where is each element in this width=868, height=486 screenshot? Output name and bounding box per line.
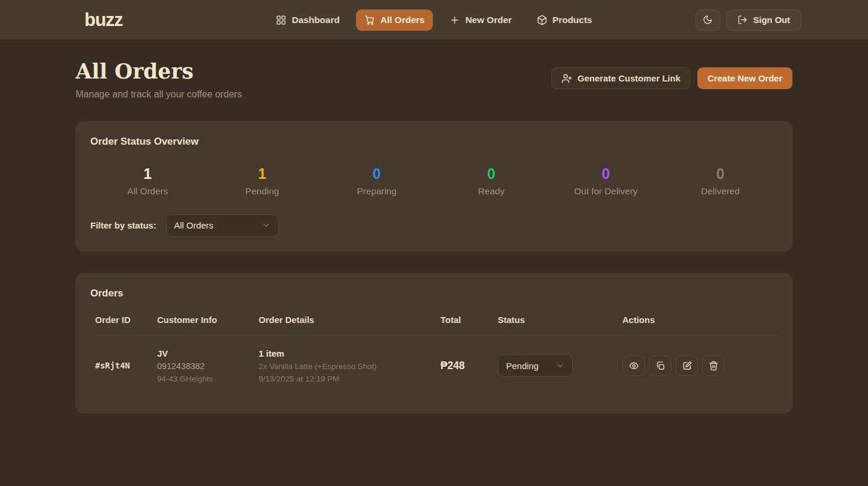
brand-logo[interactable]: buzz [84,9,123,31]
copy-icon [655,361,665,371]
plus-icon [449,15,460,25]
order-items-count: 1 item [259,348,440,358]
order-id: #sRjt4N [95,361,130,370]
stat-value: 1 [205,165,319,182]
dashboard-grid-icon [276,15,286,25]
chevron-down-icon [262,221,270,230]
stat-value: 0 [319,165,434,182]
orders-card: Orders Order ID Customer Info Order Deta… [76,273,792,413]
page-header-text: All Orders Manage and track all your cof… [76,60,242,100]
order-datetime: 9/13/2025 at 12:19 PM [259,374,440,383]
stat-label: Out for Delivery [549,186,663,197]
stat-label: Delivered [663,186,778,197]
cart-icon [364,15,375,25]
col-header-actions: Actions [622,315,778,335]
stat-label: Pending [205,186,319,197]
nav-item-label: All Orders [380,15,425,25]
edit-order-button[interactable] [676,355,698,376]
page-header: All Orders Manage and track all your cof… [76,60,792,100]
stat-pending: 1 Pending [205,165,319,197]
col-header-status: Status [498,315,622,335]
table-row: #sRjt4N JV 0912438382 94-43 GHeights 1 i… [90,335,778,399]
filter-row: Filter by status: All Orders [90,214,778,237]
navbar: buzz Dashboard All Orders New Order Prod… [0,0,868,40]
nav-menu: Dashboard All Orders New Order Products [267,9,601,31]
view-order-button[interactable] [622,355,645,376]
customer-phone: 0912438382 [157,361,259,371]
page-title: All Orders [76,60,242,83]
sign-out-button[interactable]: Sign Out [726,9,802,31]
duplicate-order-button[interactable] [649,355,671,376]
order-total: ₱248 [440,360,465,371]
stat-delivered: 0 Delivered [663,165,778,197]
create-new-order-button[interactable]: Create New Order [697,67,792,89]
nav-item-all-orders[interactable]: All Orders [356,9,433,31]
stat-preparing: 0 Preparing [319,165,434,197]
page-header-actions: Generate Customer Link Create New Order [552,67,792,89]
col-header-total: Total [440,315,498,335]
logout-icon [738,15,748,25]
stat-label: Preparing [319,186,434,197]
status-filter-value: All Orders [174,220,214,230]
orders-card-title: Orders [90,288,778,299]
nav-item-label: Dashboard [292,15,340,25]
nav-item-new-order[interactable]: New Order [441,9,520,31]
order-status-value: Pending [506,361,539,371]
orders-table: Order ID Customer Info Order Details Tot… [90,315,778,399]
customer-name: JV [157,348,259,358]
stat-value: 1 [90,165,205,182]
order-status-overview-card: Order Status Overview 1 All Orders 1 Pen… [76,121,792,252]
generate-customer-link-button[interactable]: Generate Customer Link [552,67,690,89]
nav-item-dashboard[interactable]: Dashboard [267,9,348,31]
sign-out-label: Sign Out [753,15,791,25]
stat-value: 0 [549,165,663,182]
eye-icon [629,361,639,371]
filter-label: Filter by status: [90,220,156,230]
overview-card-title: Order Status Overview [90,136,778,148]
stat-label: All Orders [90,186,205,197]
table-header-row: Order ID Customer Info Order Details Tot… [90,315,778,335]
order-items-detail: 2x Vanilla Latte (+Espresso Shot) [259,362,440,371]
row-actions [622,355,778,376]
user-plus-icon [562,73,572,84]
col-header-order-details: Order Details [259,315,440,335]
stat-value: 0 [434,165,549,182]
main-content: All Orders Manage and track all your cof… [76,40,792,413]
col-header-customer-info: Customer Info [157,315,259,335]
stat-out-for-delivery: 0 Out for Delivery [549,165,663,197]
stat-ready: 0 Ready [434,165,549,197]
generate-customer-link-label: Generate Customer Link [577,73,680,83]
moon-icon [703,15,713,25]
theme-toggle-button[interactable] [696,9,720,31]
stat-label: Ready [434,186,549,197]
stat-all-orders: 1 All Orders [90,165,205,197]
stat-value: 0 [663,165,778,182]
edit-icon [682,361,692,371]
nav-item-label: Products [553,15,592,25]
package-icon [537,15,547,25]
chevron-down-icon [556,361,564,370]
nav-item-products[interactable]: Products [528,9,601,31]
nav-item-label: New Order [465,15,511,25]
delete-order-button[interactable] [702,355,725,376]
status-stats: 1 All Orders 1 Pending 0 Preparing 0 Rea… [90,165,778,197]
order-status-select[interactable]: Pending [498,354,573,377]
trash-icon [709,361,719,371]
customer-address: 94-43 GHeights [157,374,259,383]
page-subtitle: Manage and track all your coffee orders [76,89,242,100]
col-header-order-id: Order ID [90,315,157,335]
status-filter-select[interactable]: All Orders [166,214,279,237]
nav-right: Sign Out [696,9,802,31]
